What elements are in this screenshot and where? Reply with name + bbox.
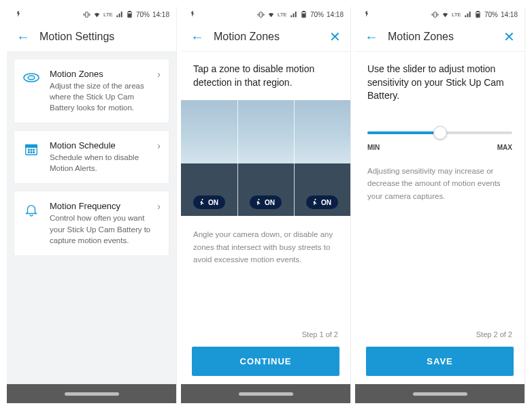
- chevron-right-icon: ›: [157, 140, 161, 151]
- activity-icon: [188, 10, 195, 19]
- battery-pct: 70%: [136, 11, 150, 18]
- screen-motion-settings: LTE 70% 14:18 ← Motion Settings Motion Z…: [7, 7, 177, 403]
- svg-rect-7: [26, 145, 37, 148]
- item-motion-zones[interactable]: Motion Zones Adjust the size of the area…: [14, 59, 169, 123]
- lte-label: LTE: [103, 12, 113, 18]
- svg-rect-16: [303, 11, 305, 12]
- statusbar: LTE 70% 14:18: [355, 7, 525, 22]
- signal-icon: [464, 11, 471, 18]
- battery-icon: [300, 11, 307, 18]
- svg-point-8: [28, 149, 29, 151]
- slider-max-label: MAX: [497, 144, 512, 151]
- page-title: Motion Settings: [39, 31, 167, 43]
- svg-point-20: [315, 199, 316, 200]
- android-navbar[interactable]: [181, 384, 350, 403]
- item-title: Motion Schedule: [50, 140, 159, 151]
- motion-zones-icon: [22, 69, 40, 86]
- page-title: Motion Zones: [214, 31, 320, 43]
- svg-point-10: [33, 149, 35, 151]
- item-title: Motion Zones: [50, 69, 159, 79]
- battery-icon: [126, 11, 133, 18]
- page-title: Motion Zones: [388, 31, 494, 43]
- activity-icon: [14, 10, 21, 19]
- svg-rect-2: [129, 11, 131, 12]
- back-icon[interactable]: ←: [190, 30, 204, 44]
- svg-rect-17: [303, 14, 305, 17]
- lte-label: LTE: [278, 12, 287, 18]
- running-icon: [197, 198, 205, 206]
- signal-icon: [116, 11, 123, 18]
- sensitivity-slider[interactable]: MIN MAX: [355, 110, 525, 157]
- zone-1-toggle[interactable]: ON: [193, 195, 225, 209]
- save-button[interactable]: SAVE: [366, 347, 514, 376]
- svg-rect-0: [86, 12, 88, 16]
- svg-point-5: [28, 76, 35, 80]
- item-desc: Adjust the size of the areas where the S…: [50, 80, 159, 113]
- sensitivity-content: Use the slider to adjust motion sensitiv…: [355, 52, 525, 384]
- battery-icon: [474, 11, 482, 18]
- hint-text: Angle your camera down, or disable any z…: [181, 220, 350, 326]
- battery-pct: 70%: [310, 11, 324, 18]
- clock: 14:18: [152, 11, 169, 18]
- item-desc: Control how often you want your Stick Up…: [50, 212, 159, 245]
- hint-text: Adjusting sensitivity may increase or de…: [355, 157, 525, 326]
- svg-rect-21: [434, 12, 437, 16]
- appbar: ← Motion Zones ✕: [181, 22, 350, 52]
- zone-label: ON: [265, 199, 275, 206]
- android-navbar[interactable]: [355, 384, 525, 403]
- item-motion-frequency[interactable]: Motion Frequency Control how often you w…: [14, 191, 169, 255]
- wifi-icon: [267, 11, 275, 18]
- activity-icon: [362, 10, 369, 19]
- android-navbar[interactable]: [7, 384, 176, 403]
- instructions: Use the slider to adjust motion sensitiv…: [355, 52, 525, 110]
- continue-button[interactable]: CONTINUE: [192, 347, 339, 376]
- item-desc: Schedule when to disable Motion Alerts.: [50, 152, 159, 174]
- svg-point-9: [31, 149, 32, 151]
- svg-rect-14: [260, 12, 263, 16]
- svg-rect-23: [477, 11, 479, 12]
- bell-icon: [22, 201, 40, 219]
- statusbar: LTE 70% 14:18: [7, 7, 176, 22]
- statusbar: LTE 70% 14:18: [181, 7, 350, 22]
- back-icon[interactable]: ←: [16, 30, 30, 44]
- close-icon[interactable]: ✕: [329, 29, 341, 45]
- zone-label: ON: [208, 199, 218, 206]
- screen-motion-zones-step2: LTE 70% 14:18 ← Motion Zones ✕ Use the s…: [355, 7, 525, 403]
- svg-point-12: [31, 152, 32, 153]
- svg-rect-24: [477, 14, 480, 17]
- zones-content: Tap a zone to disable motion detection i…: [181, 52, 350, 384]
- close-icon[interactable]: ✕: [503, 29, 515, 45]
- signal-icon: [290, 11, 297, 18]
- appbar: ← Motion Settings: [7, 22, 176, 52]
- item-motion-schedule[interactable]: Motion Schedule Schedule when to disable…: [14, 130, 169, 184]
- running-icon: [254, 198, 262, 206]
- screen-motion-zones-step1: LTE 70% 14:18 ← Motion Zones ✕ Tap a zon…: [181, 7, 351, 403]
- back-icon[interactable]: ←: [365, 30, 378, 44]
- svg-point-19: [259, 199, 260, 200]
- svg-point-11: [28, 152, 29, 153]
- vibrate-icon: [83, 11, 90, 18]
- battery-pct: 70%: [484, 11, 498, 18]
- calendar-icon: [22, 140, 40, 158]
- vibrate-icon: [431, 11, 439, 18]
- slider-min-label: MIN: [367, 144, 380, 151]
- chevron-right-icon: ›: [157, 201, 161, 212]
- zone-2-toggle[interactable]: ON: [250, 195, 282, 209]
- running-icon: [310, 198, 318, 206]
- slider-thumb[interactable]: [433, 126, 447, 140]
- wifi-icon: [442, 11, 449, 18]
- step-indicator: Step 1 of 2: [181, 326, 350, 343]
- svg-rect-3: [129, 14, 131, 17]
- slider-fill: [367, 131, 440, 134]
- vibrate-icon: [257, 11, 265, 18]
- settings-list: Motion Zones Adjust the size of the area…: [7, 52, 176, 263]
- svg-point-18: [202, 199, 203, 200]
- zone-3-toggle[interactable]: ON: [306, 195, 338, 209]
- appbar: ← Motion Zones ✕: [355, 22, 525, 52]
- wifi-icon: [93, 11, 101, 18]
- zone-label: ON: [321, 199, 331, 206]
- camera-preview[interactable]: ON ON ON: [181, 100, 350, 216]
- step-indicator: Step 2 of 2: [355, 326, 525, 343]
- item-title: Motion Frequency: [50, 201, 159, 211]
- chevron-right-icon: ›: [157, 69, 161, 80]
